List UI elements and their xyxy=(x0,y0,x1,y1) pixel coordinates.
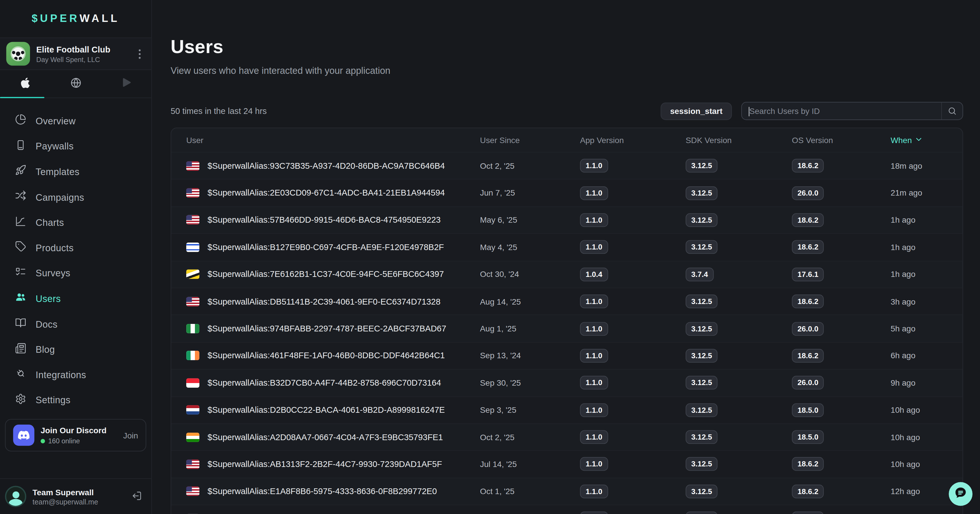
page-title: Users xyxy=(171,37,963,58)
column-header-when[interactable]: When xyxy=(891,135,947,145)
discord-join-button[interactable]: Join xyxy=(123,431,138,440)
user-alias: $SuperwallAlias:AB1313F2-2B2F-44C7-9930-… xyxy=(208,460,442,469)
user-alias: $SuperwallAlias:A2D08AA7-0667-4C04-A7F3-… xyxy=(208,432,443,442)
sidebar-item-users[interactable]: Users xyxy=(0,286,151,311)
app-version-badge: 1.1.0 xyxy=(580,485,608,498)
sidebar-item-overview[interactable]: Overview xyxy=(0,108,151,134)
sidebar-item-label: Integrations xyxy=(36,369,86,380)
app-version-badge: 1.1.0 xyxy=(580,321,608,336)
sdk-version-badge: 3.12.5 xyxy=(686,485,718,498)
user-alias: $SuperwallAlias:D2B0CC22-BACA-4061-9B2D-… xyxy=(208,405,445,415)
user-since: Aug 14, '25 xyxy=(480,297,580,306)
sidebar-item-templates[interactable]: Templates xyxy=(0,159,151,184)
app-version-badge: 1.1.0 xyxy=(580,512,608,514)
country-flag-in xyxy=(186,432,199,442)
sdk-version-badge: 3.7.4 xyxy=(686,267,714,281)
user-alias: $SuperwallAlias:B32D7CB0-A4F7-44B2-8758-… xyxy=(208,378,441,388)
platform-tab-web[interactable] xyxy=(51,70,101,97)
avatar xyxy=(5,486,26,507)
sidebar-item-settings[interactable]: Settings xyxy=(0,387,151,413)
sign-out-icon[interactable] xyxy=(131,490,143,503)
search-icon[interactable] xyxy=(941,103,963,120)
sidebar-item-charts[interactable]: Charts xyxy=(0,210,151,235)
logo-suffix: WALL xyxy=(80,13,120,25)
gear-icon xyxy=(15,393,26,407)
app-version-badge: 1.0.4 xyxy=(580,267,608,281)
workspace-switcher[interactable]: Elite Football Club Day Well Spent, LLC xyxy=(0,38,151,70)
discord-online-count: 160 online xyxy=(48,437,80,445)
country-flag-us xyxy=(186,188,199,198)
sidebar-item-products[interactable]: Products xyxy=(0,235,151,261)
table-row[interactable]: $SuperwallAlias:E1A8F8B6-5975-4333-8636-… xyxy=(171,477,963,504)
when-value: 9h ago xyxy=(891,378,947,388)
toolbar: 50 times in the last 24 hrs session_star… xyxy=(171,102,963,120)
table-row[interactable]: $SuperwallAlias:57B466DD-9915-46D6-BAC8-… xyxy=(171,206,963,233)
table-row[interactable]: $SuperwallAlias:D2B0CC22-BACA-4061-9B2D-… xyxy=(171,396,963,423)
os-version-badge: 18.6.2 xyxy=(792,294,824,308)
column-header-app-version: App Version xyxy=(580,135,686,145)
table-row[interactable]: $SuperwallAlias:DB51141B-2C39-4061-9EF0-… xyxy=(171,288,963,315)
table-header: UserUser SinceApp VersionSDK VersionOS V… xyxy=(171,128,963,152)
sidebar-item-integrations[interactable]: Integrations xyxy=(0,362,151,387)
os-version-badge: 18.6.2 xyxy=(792,457,824,471)
user-alias: $SuperwallAlias:93C73B35-A937-4D20-86DB-… xyxy=(208,161,445,171)
app-version-badge: 1.1.0 xyxy=(580,294,608,308)
os-version-badge: 18.6.2 xyxy=(792,485,824,498)
sdk-version-badge: 3.12.5 xyxy=(686,321,718,336)
table-row[interactable]: $SuperwallAlias:93C73B35-A937-4D20-86DB-… xyxy=(171,152,963,179)
column-header-user-since: User Since xyxy=(480,135,580,145)
event-filter-button[interactable]: session_start xyxy=(661,102,732,120)
table-row[interactable]: $SuperwallAlias:461F48FE-1AF0-46B0-8DBC-… xyxy=(171,342,963,369)
sidebar-item-label: Paywalls xyxy=(36,141,74,152)
sidebar-item-docs[interactable]: Docs xyxy=(0,311,151,337)
user-since: Sep 30, '25 xyxy=(480,378,580,388)
user-alias: $SuperwallAlias:E1A8F8B6-5975-4333-8636-… xyxy=(208,487,437,496)
table-row[interactable]: $SuperwallAlias:7E6162B1-1C37-4C0E-94FC-… xyxy=(171,261,963,288)
table-row[interactable]: $SuperwallAlias:735BEE98-A449-41EB-87A8-… xyxy=(171,505,963,514)
table-row[interactable]: $SuperwallAlias:AB1313F2-2B2F-44C7-9930-… xyxy=(171,450,963,477)
column-header-user: User xyxy=(186,135,480,145)
sidebar-item-blog[interactable]: Blog xyxy=(0,337,151,362)
table-row[interactable]: $SuperwallAlias:2E03CD09-67C1-4ADC-BA41-… xyxy=(171,179,963,206)
os-version-badge: 18.5.0 xyxy=(792,430,824,444)
sidebar-item-label: Templates xyxy=(36,166,80,177)
app-version-badge: 1.1.0 xyxy=(580,403,608,417)
split-arrows-icon xyxy=(15,190,26,204)
chat-bubble-button[interactable] xyxy=(949,482,972,506)
app-version-badge: 1.1.0 xyxy=(580,430,608,444)
user-since: Jul 14, '25 xyxy=(480,460,580,469)
table-row[interactable]: $SuperwallAlias:B32D7CB0-A4F7-44B2-8758-… xyxy=(171,369,963,396)
workspace-name: Elite Football Club xyxy=(36,45,127,54)
sdk-version-badge: 3.12.5 xyxy=(686,512,718,514)
table-row[interactable]: $SuperwallAlias:B127E9B0-C697-4CFB-AE9E-… xyxy=(171,233,963,261)
user-since: Oct 1, '25 xyxy=(480,487,580,496)
platform-tabs xyxy=(0,70,151,99)
main-content: Users View users who have interacted wit… xyxy=(152,0,980,514)
kebab-menu-icon[interactable] xyxy=(134,46,145,62)
table-row[interactable]: $SuperwallAlias:974BFABB-2297-4787-BEEC-… xyxy=(171,315,963,342)
user-alias: $SuperwallAlias:461F48FE-1AF0-46B0-8DBC-… xyxy=(208,351,445,361)
rocket-icon xyxy=(15,165,26,178)
discord-card[interactable]: Join Our Discord 160 online Join xyxy=(5,419,146,452)
sidebar-item-surveys[interactable]: Surveys xyxy=(0,261,151,286)
account-email: team@superwall.me xyxy=(33,498,125,506)
os-version-badge: 18.6.2 xyxy=(792,159,824,173)
os-version-badge: 18.6.2 xyxy=(792,213,824,227)
when-value: 1h ago xyxy=(891,215,947,225)
discord-icon xyxy=(13,425,35,446)
sidebar-item-campaigns[interactable]: Campaigns xyxy=(0,184,151,210)
table-row[interactable]: $SuperwallAlias:A2D08AA7-0667-4C04-A7F3-… xyxy=(171,423,963,450)
sdk-version-badge: 3.12.5 xyxy=(686,213,718,227)
event-count-label: 50 times in the last 24 hrs xyxy=(171,107,267,116)
sidebar-item-label: Blog xyxy=(36,344,55,355)
user-since: Sep 3, '25 xyxy=(480,405,580,415)
sidebar-item-paywalls[interactable]: Paywalls xyxy=(0,134,151,159)
online-dot xyxy=(41,439,45,443)
search-input[interactable] xyxy=(742,107,941,116)
when-value: 1h ago xyxy=(891,270,947,279)
country-flag-sg xyxy=(186,378,199,388)
platform-tab-ios[interactable] xyxy=(0,70,51,97)
sidebar-item-label: Users xyxy=(36,293,61,304)
sdk-version-badge: 3.12.5 xyxy=(686,349,718,363)
platform-tab-android[interactable] xyxy=(101,70,151,97)
